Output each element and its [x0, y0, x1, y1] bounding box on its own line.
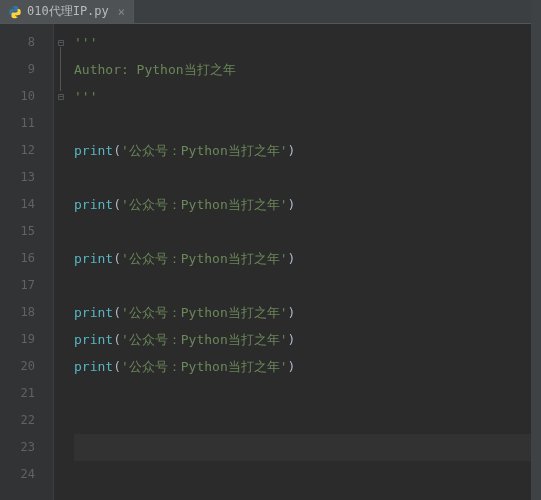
- fold-toggle-icon[interactable]: ⊟: [54, 91, 68, 102]
- line-number-gutter: 89101112131415161718192021222324: [0, 24, 54, 500]
- line-number: 24: [0, 461, 53, 488]
- code-area[interactable]: '''Author: Python当打之年''' print('公众号：Pyth…: [68, 24, 541, 500]
- line-number: 16: [0, 245, 53, 272]
- line-number: 15: [0, 218, 53, 245]
- scrollbar-track[interactable]: [531, 0, 541, 500]
- code-line[interactable]: [74, 380, 541, 407]
- code-line[interactable]: Author: Python当打之年: [74, 56, 541, 83]
- line-number: 19: [0, 326, 53, 353]
- code-line[interactable]: [74, 434, 541, 461]
- code-editor[interactable]: 89101112131415161718192021222324 ⊟⊟ '''A…: [0, 24, 541, 500]
- close-icon[interactable]: ×: [118, 5, 125, 19]
- code-line[interactable]: [74, 164, 541, 191]
- line-number: 20: [0, 353, 53, 380]
- line-number: 9: [0, 56, 53, 83]
- tab-filename: 010代理IP.py: [27, 3, 109, 20]
- line-number: 11: [0, 110, 53, 137]
- tab-bar: 010代理IP.py ×: [0, 0, 541, 24]
- code-line[interactable]: [74, 272, 541, 299]
- fold-toggle-icon[interactable]: ⊟: [54, 37, 68, 48]
- code-line[interactable]: [74, 110, 541, 137]
- code-line[interactable]: print('公众号：Python当打之年'): [74, 299, 541, 326]
- line-number: 17: [0, 272, 53, 299]
- line-number: 18: [0, 299, 53, 326]
- code-line[interactable]: [74, 218, 541, 245]
- code-line[interactable]: print('公众号：Python当打之年'): [74, 353, 541, 380]
- code-line[interactable]: [74, 407, 541, 434]
- line-number: 12: [0, 137, 53, 164]
- line-number: 23: [0, 434, 53, 461]
- code-line[interactable]: ''': [74, 83, 541, 110]
- line-number: 21: [0, 380, 53, 407]
- code-line[interactable]: ''': [74, 29, 541, 56]
- code-line[interactable]: print('公众号：Python当打之年'): [74, 326, 541, 353]
- line-number: 10: [0, 83, 53, 110]
- line-number: 13: [0, 164, 53, 191]
- file-tab[interactable]: 010代理IP.py ×: [0, 0, 134, 23]
- line-number: 8: [0, 29, 53, 56]
- code-line[interactable]: print('公众号：Python当打之年'): [74, 191, 541, 218]
- python-icon: [8, 5, 22, 19]
- line-number: 14: [0, 191, 53, 218]
- code-line[interactable]: print('公众号：Python当打之年'): [74, 137, 541, 164]
- code-line[interactable]: [74, 461, 541, 488]
- fold-guide: [60, 47, 61, 91]
- fold-column: ⊟⊟: [54, 24, 68, 500]
- line-number: 22: [0, 407, 53, 434]
- code-line[interactable]: print('公众号：Python当打之年'): [74, 245, 541, 272]
